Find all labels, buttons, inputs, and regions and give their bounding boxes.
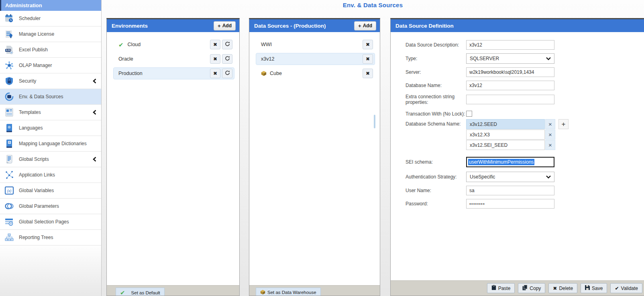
- sei-schema-selected-text: userWithMinimumPermissions: [468, 159, 534, 165]
- remove-schema-button[interactable]: ×: [545, 140, 555, 150]
- chevron-left-icon[interactable]: [92, 79, 96, 83]
- dictionary-book-icon: D: [3, 138, 15, 149]
- delete-environment-button[interactable]: ✖: [210, 54, 220, 64]
- schema-name-label: Database Schema Name:: [406, 121, 466, 127]
- schema-row[interactable]: x3v12.SEI_SEED ×: [466, 140, 555, 150]
- save-button[interactable]: Save: [581, 283, 607, 293]
- remove-schema-button[interactable]: ×: [545, 130, 555, 140]
- shield-lock-icon: [3, 76, 15, 86]
- sei-schema-input[interactable]: userWithMinimumPermissions: [466, 157, 554, 167]
- add-schema-button[interactable]: +: [558, 119, 569, 129]
- sidebar-item-mapping-language-dictionaries[interactable]: D Mapping Language Dictionaries: [0, 136, 101, 152]
- environment-row-production[interactable]: Production ✖: [113, 67, 234, 79]
- scrollbar-thumb[interactable]: [374, 115, 375, 128]
- delete-environment-button[interactable]: ✖: [210, 69, 220, 78]
- sidebar: Administration Scheduler Manage License …: [0, 0, 102, 296]
- page-title: Env. & Data Sources: [102, 2, 644, 8]
- close-icon: ×: [548, 121, 552, 128]
- data-sources-panel-title: Data Sources - (Production): [254, 23, 326, 29]
- copy-button[interactable]: Copy: [518, 283, 545, 293]
- schema-value[interactable]: x3v12.SEI_SEED: [466, 140, 545, 150]
- database-name-input[interactable]: [466, 81, 554, 90]
- data-source-name: Cube: [270, 71, 363, 76]
- user-name-input[interactable]: [466, 186, 554, 195]
- extra-properties-input[interactable]: [466, 95, 554, 104]
- add-data-source-button[interactable]: + Add: [354, 21, 376, 30]
- sidebar-item-olap-manager[interactable]: OLAP Manager: [0, 58, 101, 73]
- remove-schema-button[interactable]: ×: [545, 119, 555, 129]
- data-source-name: x3v12: [261, 56, 363, 62]
- sidebar-item-label: Global Variables: [19, 188, 96, 193]
- license-document-icon: [3, 29, 15, 39]
- plus-icon: +: [358, 23, 361, 29]
- password-input[interactable]: [466, 199, 554, 209]
- definition-panel-title: Data Source Definition: [395, 23, 454, 29]
- environment-name: Production: [118, 71, 210, 76]
- sidebar-item-templates[interactable]: Templates: [0, 105, 101, 120]
- validate-check-icon: ✔: [615, 286, 619, 291]
- delete-data-source-button[interactable]: ✖: [363, 40, 373, 49]
- sidebar-item-global-parameters[interactable]: Global Parameters: [0, 199, 101, 214]
- data-source-name: WWI: [261, 42, 363, 47]
- sidebar-item-label: OLAP Manager: [19, 63, 96, 68]
- sidebar-item-global-scripts[interactable]: Global Scripts: [0, 152, 101, 167]
- refresh-icon: [225, 56, 230, 62]
- data-source-row-x3v12[interactable]: x3v12 ✖: [256, 53, 375, 65]
- sidebar-item-manage-license[interactable]: Manage License: [0, 26, 101, 42]
- password-label: Password:: [406, 201, 466, 207]
- delete-data-source-button[interactable]: ✖: [363, 69, 373, 78]
- data-sources-panel-header: Data Sources - (Production) + Add: [249, 19, 380, 32]
- schema-row[interactable]: x3v12.X3 ×: [466, 130, 555, 140]
- sidebar-item-global-selection-pages[interactable]: T Global Selection Pages: [0, 214, 101, 230]
- copy-label: Copy: [530, 286, 541, 291]
- refresh-environment-button[interactable]: [222, 54, 232, 64]
- schema-value[interactable]: x3v12.X3: [466, 130, 545, 140]
- environment-row-oracle[interactable]: Oracle ✖: [113, 53, 234, 65]
- data-source-row-cube[interactable]: Cube ✖: [256, 67, 375, 79]
- sidebar-item-env-data-sources[interactable]: Env. & Data Sources: [0, 89, 101, 105]
- sidebar-item-languages[interactable]: Languages: [0, 120, 101, 136]
- auth-strategy-select[interactable]: UseSpecific: [466, 172, 554, 182]
- chevron-left-icon[interactable]: [92, 110, 96, 115]
- refresh-environment-button[interactable]: [222, 40, 232, 49]
- delete-environment-button[interactable]: ✖: [210, 40, 220, 49]
- sidebar-item-reporting-trees[interactable]: Reporting Trees: [0, 230, 101, 245]
- server-input[interactable]: [466, 67, 554, 77]
- link-nodes-icon: [3, 170, 15, 180]
- validate-button[interactable]: ✔ Validate: [610, 283, 642, 293]
- set-as-default-button[interactable]: ✔ Set as Default: [116, 288, 165, 296]
- close-icon: ✖: [213, 42, 217, 47]
- paste-button[interactable]: Paste: [487, 283, 515, 293]
- calendar-clock-icon: [3, 13, 15, 24]
- sidebar-item-scheduler[interactable]: Scheduler: [0, 11, 101, 26]
- environments-panel-footer: ✔ Set as Default: [107, 285, 239, 296]
- environment-database-icon: [3, 91, 15, 102]
- data-sources-list: WWI ✖ x3v12 ✖ Cube ✖: [249, 32, 380, 79]
- data-sources-panel: Data Sources - (Production) + Add WWI ✖ …: [249, 18, 380, 296]
- add-environment-button[interactable]: + Add: [214, 21, 236, 30]
- refresh-icon: [225, 70, 230, 77]
- environments-panel-header: Environments + Add: [107, 19, 239, 32]
- type-select[interactable]: SQLSERVER: [466, 53, 554, 64]
- sidebar-item-application-links[interactable]: Application Links: [0, 167, 101, 183]
- schema-value[interactable]: x3v12.SEED: [466, 119, 545, 129]
- plus-icon: +: [562, 120, 566, 128]
- sidebar-item-label: Global Parameters: [19, 203, 96, 209]
- cube-icon: [260, 290, 265, 295]
- chevron-left-icon[interactable]: [92, 157, 96, 162]
- data-source-row-wwi[interactable]: WWI ✖: [256, 39, 375, 51]
- environments-panel: Environments + Add ✔ Cloud ✖ Oracle ✖: [106, 18, 240, 296]
- schema-row[interactable]: x3v12.SEED ×: [466, 119, 555, 129]
- description-input[interactable]: [466, 40, 554, 50]
- environment-name: Cloud: [128, 42, 210, 47]
- delete-data-source-button[interactable]: ✖: [363, 54, 373, 64]
- set-as-data-warehouse-button[interactable]: Set as Data Warehouse: [256, 288, 321, 296]
- environment-row-cloud[interactable]: ✔ Cloud ✖: [113, 39, 234, 51]
- delete-button[interactable]: ✖ Delete: [548, 283, 577, 293]
- sidebar-item-excel-publish[interactable]: XLSX Excel Publish: [0, 42, 101, 58]
- transaction-nolock-checkbox[interactable]: [466, 111, 472, 117]
- sidebar-title: Administration: [0, 0, 101, 11]
- sidebar-item-global-variables[interactable]: (x) Global Variables: [0, 183, 101, 199]
- sidebar-item-security[interactable]: Security: [0, 73, 101, 89]
- refresh-environment-button[interactable]: [222, 69, 232, 78]
